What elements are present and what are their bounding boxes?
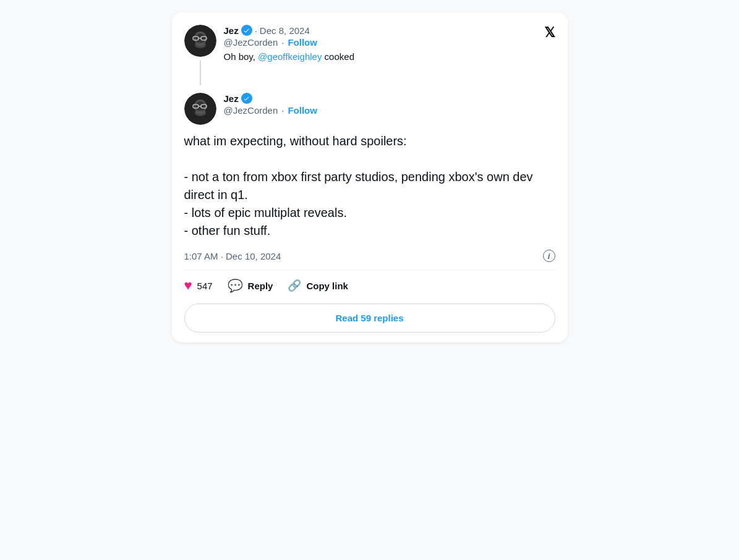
- parent-date: Dec 8, 2024: [260, 25, 310, 36]
- main-avatar-col: [184, 93, 216, 125]
- main-avatar: [184, 93, 216, 125]
- reply-action[interactable]: 💬 Reply: [228, 278, 273, 293]
- parent-tweet: Jez · Dec 8, 2024 @JezCorden · Follow Oh…: [184, 25, 555, 90]
- tweet-card: 𝕏 Jez: [172, 12, 568, 342]
- tweet-timestamp: 1:07 AM · Dec 10, 2024: [184, 251, 281, 261]
- parent-tweet-text: Oh boy, @geoffkeighley cooked: [224, 50, 555, 63]
- parent-handle-line: @JezCorden · Follow: [224, 37, 555, 48]
- main-verified-badge: [241, 93, 252, 104]
- copy-link-icon: 🔗: [288, 279, 301, 292]
- info-icon[interactable]: i: [543, 250, 555, 262]
- parent-avatar: [184, 25, 216, 57]
- parent-user-line: Jez · Dec 8, 2024: [224, 25, 555, 36]
- main-tweet-text: what im expecting, without hard spoilers…: [184, 132, 555, 240]
- main-user-line: Jez: [224, 93, 555, 104]
- actions-row: ♥ 547 💬 Reply 🔗 Copy link: [184, 278, 555, 301]
- reply-icon: 💬: [228, 278, 243, 293]
- parent-handle: @JezCorden: [224, 37, 278, 48]
- main-handle: @JezCorden: [224, 105, 278, 116]
- main-tweet-body: Jez @JezCorden · Follow: [224, 93, 555, 125]
- like-icon: ♥: [184, 278, 192, 294]
- like-action[interactable]: ♥ 547: [184, 278, 213, 294]
- copy-link-label: Copy link: [306, 281, 348, 291]
- main-tweet: Jez @JezCorden · Follow: [184, 90, 555, 125]
- copy-link-action[interactable]: 🔗 Copy link: [288, 279, 348, 292]
- read-replies-button[interactable]: Read 59 replies: [184, 303, 555, 333]
- parent-follow-button[interactable]: Follow: [288, 37, 317, 48]
- x-logo: 𝕏: [544, 25, 555, 41]
- thread-line: [200, 61, 201, 85]
- main-username: Jez: [224, 93, 239, 104]
- parent-avatar-col: [184, 25, 216, 85]
- like-count: 547: [197, 281, 213, 291]
- parent-verified-badge: [241, 25, 252, 36]
- divider: [184, 269, 555, 270]
- parent-tweet-content: Jez · Dec 8, 2024 @JezCorden · Follow Oh…: [224, 25, 555, 85]
- reply-label: Reply: [248, 281, 273, 291]
- main-follow-button[interactable]: Follow: [288, 105, 317, 116]
- timestamp-line: 1:07 AM · Dec 10, 2024 i: [184, 250, 555, 262]
- parent-dot: ·: [255, 25, 257, 36]
- parent-username: Jez: [224, 25, 239, 36]
- parent-mention[interactable]: @geoffkeighley: [258, 51, 322, 62]
- main-handle-line: @JezCorden · Follow: [224, 105, 555, 116]
